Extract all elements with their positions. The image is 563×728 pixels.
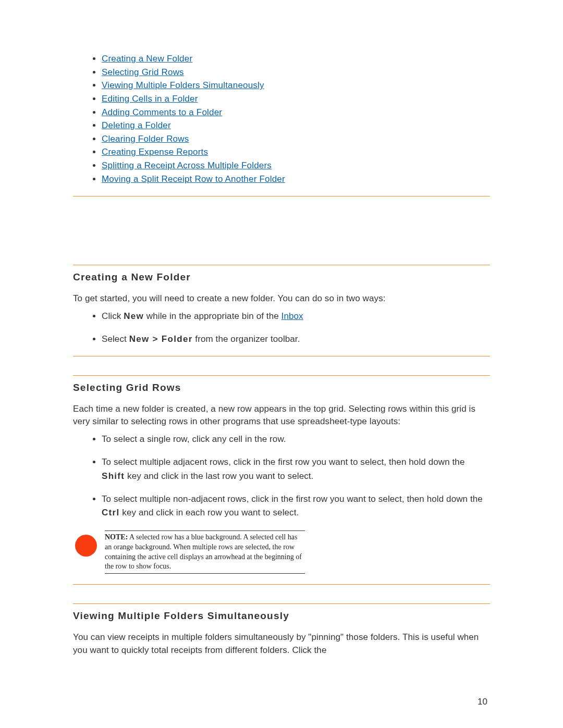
keyword-new-folder: New > Folder — [129, 334, 193, 344]
list-item: Click New while in the appropriate bin o… — [102, 310, 490, 323]
paragraph: To get started, you will need to create … — [73, 292, 490, 305]
toc-link-selecting-grid-rows[interactable]: Selecting Grid Rows — [102, 67, 184, 77]
toc-link-splitting-receipt[interactable]: Splitting a Receipt Across Multiple Fold… — [102, 161, 272, 170]
divider — [73, 375, 490, 376]
link-inbox[interactable]: Inbox — [282, 311, 303, 321]
toc-link-deleting-folder[interactable]: Deleting a Folder — [102, 120, 171, 130]
divider — [73, 584, 490, 585]
list-item: To select a single row, click any cell i… — [102, 433, 490, 446]
text: Click — [102, 311, 124, 321]
document-page: Creating a New Folder Selecting Grid Row… — [0, 0, 563, 728]
text: To select multiple non-adjacent rows, cl… — [102, 494, 483, 504]
heading-viewing-multiple-folders: Viewing Multiple Folders Simultaneously — [73, 610, 490, 622]
paragraph: You can view receipts in multiple folder… — [73, 631, 490, 657]
alert-icon — [75, 535, 97, 557]
toc-item: Creating a New Folder — [102, 53, 490, 66]
note-text: NOTE: A selected row has a blue backgrou… — [105, 530, 305, 574]
toc-item: Adding Comments to a Folder — [102, 106, 490, 119]
text: while in the appropriate bin of the — [144, 311, 282, 321]
toc-item: Deleting a Folder — [102, 119, 490, 132]
divider — [73, 603, 490, 604]
divider — [73, 356, 490, 356]
toc-item: Splitting a Receipt Across Multiple Fold… — [102, 159, 490, 172]
text: from the organizer toolbar. — [193, 334, 300, 344]
toc-item: Clearing Folder Rows — [102, 133, 490, 146]
toc-item: Editing Cells in a Folder — [102, 93, 490, 106]
bullet-list: Click New while in the appropriate bin o… — [73, 310, 490, 347]
keyword-ctrl: Ctrl — [102, 508, 119, 517]
keyword-new: New — [124, 311, 144, 321]
toc-link-adding-comments[interactable]: Adding Comments to a Folder — [102, 107, 222, 117]
toc-link-creating-new-folder[interactable]: Creating a New Folder — [102, 54, 192, 64]
toc-item: Moving a Split Receipt Row to Another Fo… — [102, 173, 490, 186]
toc-link-moving-split-receipt[interactable]: Moving a Split Receipt Row to Another Fo… — [102, 174, 285, 184]
toc-link-viewing-multiple-folders[interactable]: Viewing Multiple Folders Simultaneously — [102, 80, 264, 90]
text: key and click in the last row you want t… — [125, 471, 313, 481]
page-number: 10 — [478, 697, 487, 707]
bullet-list: To select a single row, click any cell i… — [73, 433, 490, 520]
toc-list: Creating a New Folder Selecting Grid Row… — [73, 53, 490, 186]
text: Select — [102, 334, 129, 344]
toc-link-editing-cells[interactable]: Editing Cells in a Folder — [102, 94, 198, 104]
text: To select multiple adjacent rows, click … — [102, 457, 464, 467]
note-label: NOTE: — [105, 533, 128, 541]
paragraph: Each time a new folder is created, a new… — [73, 403, 490, 428]
toc-item: Creating Expense Reports — [102, 146, 490, 159]
keyword-shift: Shift — [102, 471, 125, 481]
list-item: To select multiple adjacent rows, click … — [102, 455, 490, 483]
toc-item: Viewing Multiple Folders Simultaneously — [102, 79, 490, 92]
note-callout: NOTE: A selected row has a blue backgrou… — [73, 530, 305, 574]
toc-link-creating-expense-reports[interactable]: Creating Expense Reports — [102, 147, 208, 157]
heading-creating-new-folder: Creating a New Folder — [73, 272, 490, 283]
note-body: A selected row has a blue background. A … — [105, 533, 302, 571]
text: key and click in each row you want to se… — [119, 508, 299, 517]
toc-link-clearing-folder-rows[interactable]: Clearing Folder Rows — [102, 134, 189, 144]
divider — [73, 196, 490, 196]
toc-item: Selecting Grid Rows — [102, 66, 490, 79]
list-item: To select multiple non-adjacent rows, cl… — [102, 492, 490, 520]
list-item: Select New > Folder from the organizer t… — [102, 332, 490, 346]
divider — [73, 265, 490, 265]
heading-selecting-grid-rows: Selecting Grid Rows — [73, 382, 490, 393]
